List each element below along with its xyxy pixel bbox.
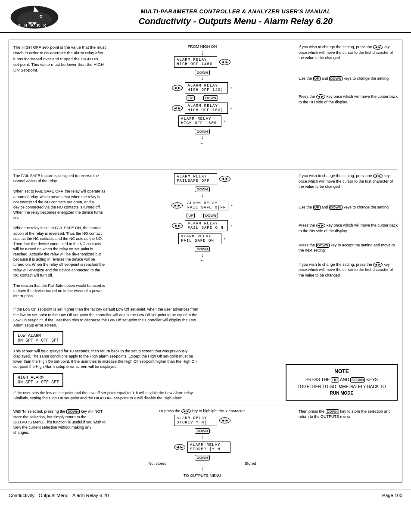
lcd-display-8: ALARM RELAY FAIL SAFE ON — [178, 233, 221, 244]
store-right-text: Then press the DOWN key to store the sel… — [299, 409, 398, 420]
page: S H A R K MULTI-PARAMETER CONTROLLER & A… — [0, 0, 411, 532]
left-text-fail-safe: The FAIL SAFE feature is designed to rev… — [13, 173, 106, 299]
arrow-btn-fs2[interactable]: ◄► — [316, 223, 326, 228]
section-store: With 'N' selected, pressing the DOWN key… — [13, 405, 398, 478]
lcd2-line1: ALARM RELAY — [187, 84, 225, 88]
right-text-fs-3: If you wish to change the setting, press… — [299, 262, 398, 278]
lcd-row-4: ALARM RELAY HIGH OFF 1600 ► — [109, 115, 295, 127]
down-btn-4: DOWN — [109, 128, 295, 134]
arrow-btn-5[interactable]: ◄► — [219, 176, 230, 182]
down-icon-4[interactable]: DOWN — [195, 129, 210, 134]
arrow-btn-store[interactable]: ◄► — [181, 409, 191, 414]
lcd-row-7: ◄► ALARM RELAY FAIL SAFE O│N ► — [109, 220, 295, 231]
lcd-row-6: ◄► ALARM RELAY FAIL SAFE O│FF ► — [109, 200, 295, 211]
down-icon-5[interactable]: DOWN — [195, 187, 210, 192]
high-alarm-line2: ON SPT > OFF SPT — [18, 380, 59, 385]
lcd4-line2: HIGH OFF 1600 — [181, 121, 219, 125]
arrow-right-8: ► — [224, 237, 226, 240]
up-btn-r1[interactable]: UP — [313, 76, 321, 81]
arrow-btn-7[interactable]: ◄► — [172, 223, 183, 229]
section-high-off: The HIGH OFF set- point is the value tha… — [13, 44, 398, 165]
arrow-btn-10[interactable]: ◄► — [174, 444, 185, 450]
arrow9: ↓ — [109, 434, 295, 440]
down-icon-9[interactable]: DOWN — [195, 428, 210, 434]
high-alarm-line1: HIGH ALARM — [18, 375, 59, 380]
down-btn-5: DOWN — [109, 186, 295, 191]
lcd1-line1: ALARM RELAY — [177, 58, 215, 62]
stored-label: Stored — [245, 461, 256, 466]
lcd-display-2: ALARM RELAY HIGH OFF 140│ — [185, 82, 228, 93]
stored-labels: Not stored Stored — [109, 461, 295, 466]
arrow-left-8: ← — [109, 258, 295, 262]
to-outputs-menu: TO OUTPUTS MENU — [109, 473, 295, 478]
note-title: NOTE — [292, 368, 392, 374]
arrow-btn-fs1[interactable]: ◄► — [373, 174, 383, 178]
footer: Conductivity - Outputs Menu - Alarm Rela… — [0, 489, 411, 501]
lcd-row-5: ALARM RELAY FAILSAFE OFF ◄► — [109, 173, 295, 184]
down-btn-fs[interactable]: DOWN — [329, 205, 342, 210]
lcd-display-7: ALARM RELAY FAIL SAFE O│N — [185, 220, 228, 231]
lcd10-line1: ALARM RELAY — [190, 443, 228, 447]
right-arrow-btn-1[interactable]: ◄► — [219, 59, 230, 65]
down-icon-10[interactable]: DOWN — [195, 455, 210, 460]
lcd-row-3: ◄► ALARM RELAY HIGH OFF 160│ ► — [109, 103, 295, 114]
note-content: PRESS THE UP AND DOWN KEYS TOGETHER TO G… — [292, 376, 392, 396]
right-text-1: If you wish to change the setting, press… — [299, 44, 398, 61]
note-line2: TOGETHER TO GO IMMEDIATELY BACK TO — [297, 384, 386, 389]
lcd9-line1: ALARM RELAY — [177, 416, 215, 420]
arrow-btn-r1[interactable]: ◄► — [373, 45, 383, 50]
arrow-btn-fs3[interactable]: ◄► — [373, 262, 383, 267]
svg-text:S H A R K: S H A R K — [18, 23, 47, 28]
fail-safe-description: The FAIL SAFE feature is designed to rev… — [13, 173, 106, 299]
down-btn-store-r[interactable]: DOWN — [326, 409, 339, 414]
down-btn-fs3[interactable]: DOWN — [316, 243, 330, 248]
alarm-error-left: If the Low On set-point is set higher th… — [13, 307, 199, 400]
arrow-btn-9[interactable]: ◄► — [219, 417, 230, 423]
right-text-fs-accept: Press the DOWN key to accept the setting… — [299, 243, 398, 253]
down-icon-2[interactable]: DOWN — [203, 95, 218, 101]
lcd8-line2: FAIL SAFE ON — [181, 239, 219, 243]
left-arrow-btn-3[interactable]: ◄► — [172, 105, 183, 111]
low-alarm-line2: ON SPT < OFF SPT — [18, 338, 59, 343]
store-description: With 'N' selected, pressing the DOWN key… — [13, 409, 106, 435]
arrow-btn-r2[interactable]: ◄► — [316, 94, 326, 99]
note-up-btn[interactable]: UP — [331, 377, 339, 383]
up-icon-2[interactable]: UP — [187, 95, 195, 101]
lcd6-line2: FAIL SAFE O│FF — [187, 205, 226, 210]
low-alarm-line1: LOW ALARM — [18, 333, 59, 338]
down-btn-r1[interactable]: DOWN — [329, 76, 342, 81]
footer-left: Conductivity - Outputs Menu - Alarm Rela… — [9, 493, 109, 498]
right-text-store: Then press the DOWN key to store the sel… — [299, 409, 398, 478]
up-btn-6[interactable]: UP — [187, 213, 195, 218]
from-high-on-arrow: ↓ — [109, 50, 295, 56]
arrow-right-3: ► — [230, 107, 233, 109]
note-down-btn[interactable]: DOWN — [350, 377, 365, 383]
down-btn-8: DOWN — [109, 246, 295, 251]
arrow8: ↓ — [109, 252, 295, 258]
lcd8-line1: ALARM RELAY — [181, 234, 219, 239]
logo: S H A R K — [9, 4, 60, 30]
lcd3-line2: HIGH OFF 160│ — [187, 108, 225, 112]
lcd10-line2: STORE? │Y N — [190, 447, 228, 451]
down-icon-8[interactable]: DOWN — [195, 246, 210, 252]
arrow-btn-6[interactable]: ◄► — [171, 202, 183, 208]
high-off-description: The HIGH OFF set- point is the value tha… — [13, 44, 106, 73]
up-btn-fs[interactable]: UP — [313, 205, 321, 210]
center-fail-safe: ALARM RELAY FAILSAFE OFF ◄► DOWN ↓ ◄► AL… — [109, 173, 295, 299]
down-icon-1[interactable]: DOWN — [195, 70, 210, 75]
left-arrow-btn-2[interactable]: ◄► — [172, 85, 183, 91]
header-title-main: MULTI-PARAMETER CONTROLLER & ANALYZER US… — [69, 8, 402, 15]
down-btn-store[interactable]: DOWN — [66, 409, 80, 414]
up-down-btns-2: UP DOWN — [109, 95, 295, 101]
lcd-row-8: ALARM RELAY FAIL SAFE ON ► — [109, 233, 295, 244]
lcd4-line1: ALARM RELAY — [181, 117, 219, 121]
right-text-updown: Use the UP and DOWN keys to change the s… — [299, 76, 398, 81]
diagram-container: The HIGH OFF set- point is the value tha… — [13, 44, 398, 478]
note-area: NOTE PRESS THE UP AND DOWN KEYS TOGETHER… — [202, 307, 398, 400]
lcd6-line1: ALARM RELAY — [187, 201, 226, 205]
not-stored-label: Not stored — [149, 461, 167, 466]
header-titles: MULTI-PARAMETER CONTROLLER & ANALYZER US… — [69, 8, 402, 26]
lcd-row-10: ◄► ALARM RELAY STORE? │Y N — [109, 442, 295, 453]
down-btn-6[interactable]: DOWN — [203, 213, 218, 218]
main-content: The HIGH OFF set- point is the value tha… — [9, 40, 402, 482]
